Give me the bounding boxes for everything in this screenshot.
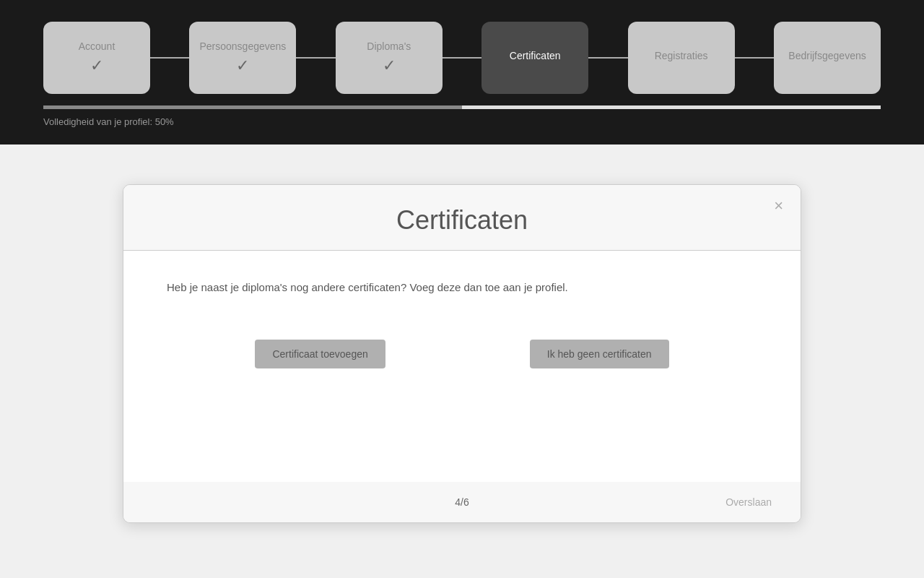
stepper: Account ✓ Persoonsgegevens ✓ Diploma's ✓…: [43, 22, 881, 94]
step-account-check: ✓: [90, 56, 103, 75]
modal-pager: 4/6: [455, 496, 468, 508]
connector-2: [296, 57, 335, 59]
step-certificaten-label: Certificaten: [510, 50, 561, 61]
step-registraties-label: Registraties: [655, 50, 708, 61]
step-registraties[interactable]: Registraties: [628, 22, 735, 94]
profile-completeness: Volledigheid van je profiel: 50%: [0, 109, 924, 134]
step-bedrijfsgegevens[interactable]: Bedrijfsgegevens: [774, 22, 881, 94]
modal-buttons: Certificaat toevoegen Ik heb geen certif…: [167, 340, 757, 390]
step-persoonsgegevens-label: Persoonsgegevens: [199, 40, 286, 52]
stepper-area: Account ✓ Persoonsgegevens ✓ Diploma's ✓…: [0, 0, 924, 109]
step-account[interactable]: Account ✓: [43, 22, 150, 94]
connector-3: [443, 57, 481, 59]
step-certificaten[interactable]: Certificaten: [481, 22, 588, 94]
step-diplomas-check: ✓: [383, 56, 396, 75]
step-account-label: Account: [79, 40, 116, 52]
certificaten-modal: Certificaten × Heb je naast je diploma's…: [123, 184, 801, 523]
connector-4: [588, 57, 627, 59]
step-diplomas[interactable]: Diploma's ✓: [336, 22, 443, 94]
step-persoonsgegevens-check: ✓: [236, 56, 249, 75]
step-persoonsgegevens[interactable]: Persoonsgegevens ✓: [189, 22, 296, 94]
connector-1: [150, 57, 189, 59]
add-certificate-button[interactable]: Certificaat toevoegen: [255, 340, 385, 368]
step-diplomas-label: Diploma's: [367, 40, 411, 52]
modal-title: Certificaten: [152, 205, 772, 236]
modal-body: Heb je naast je diploma's nog andere cer…: [123, 251, 801, 482]
modal-header: Certificaten ×: [123, 185, 801, 251]
progress-bar-fill: [43, 105, 462, 109]
progress-bar-container: [43, 105, 881, 109]
connector-5: [735, 57, 774, 59]
modal-close-button[interactable]: ×: [774, 198, 783, 214]
no-certificates-button[interactable]: Ik heb geen certificaten: [530, 340, 669, 368]
step-bedrijfsgegevens-label: Bedrijfsgegevens: [788, 50, 866, 61]
modal-skip-button[interactable]: Overslaan: [725, 496, 772, 508]
profile-completeness-text: Volledigheid van je profiel: 50%: [43, 116, 174, 127]
modal-description: Heb je naast je diploma's nog andere cer…: [167, 280, 757, 296]
modal-footer: 4/6 Overslaan: [123, 482, 801, 522]
